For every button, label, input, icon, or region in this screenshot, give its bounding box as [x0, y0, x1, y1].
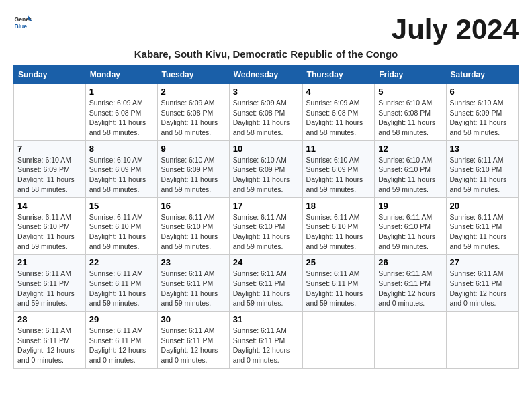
day-number: 7 — [17, 144, 82, 154]
location-title: Kabare, South Kivu, Democratic Republic … — [13, 48, 519, 60]
day-info: Sunrise: 6:11 AM Sunset: 6:11 PM Dayligh… — [89, 269, 154, 308]
calendar-cell: 29Sunrise: 6:11 AM Sunset: 6:11 PM Dayli… — [85, 312, 157, 369]
column-header-tuesday: Tuesday — [157, 66, 229, 84]
day-info: Sunrise: 6:09 AM Sunset: 6:08 PM Dayligh… — [233, 98, 299, 138]
day-info: Sunrise: 6:10 AM Sunset: 6:08 PM Dayligh… — [378, 98, 442, 138]
day-number: 3 — [233, 87, 299, 97]
calendar-cell: 14Sunrise: 6:11 AM Sunset: 6:10 PM Dayli… — [14, 197, 86, 255]
day-number: 24 — [233, 257, 299, 267]
day-number: 11 — [306, 144, 371, 154]
month-title: July 2024 — [392, 13, 519, 46]
calendar-cell: 13Sunrise: 6:11 AM Sunset: 6:10 PM Dayli… — [446, 140, 518, 197]
column-header-friday: Friday — [375, 66, 446, 84]
day-number: 1 — [89, 87, 154, 97]
day-info: Sunrise: 6:11 AM Sunset: 6:11 PM Dayligh… — [233, 326, 299, 365]
day-number: 27 — [450, 257, 515, 267]
column-header-saturday: Saturday — [446, 66, 518, 84]
day-number: 8 — [89, 144, 154, 154]
day-info: Sunrise: 6:11 AM Sunset: 6:10 PM Dayligh… — [378, 212, 442, 252]
page-header: General Blue July 2024 — [13, 13, 519, 46]
day-info: Sunrise: 6:11 AM Sunset: 6:11 PM Dayligh… — [233, 269, 299, 308]
day-number: 14 — [17, 201, 82, 211]
calendar-cell: 26Sunrise: 6:11 AM Sunset: 6:11 PM Dayli… — [375, 255, 446, 312]
calendar-cell: 12Sunrise: 6:10 AM Sunset: 6:10 PM Dayli… — [375, 140, 446, 197]
calendar-cell: 22Sunrise: 6:11 AM Sunset: 6:11 PM Dayli… — [85, 255, 157, 312]
day-number: 9 — [161, 144, 226, 154]
day-number: 2 — [161, 87, 226, 97]
calendar-cell — [302, 312, 375, 369]
calendar-cell — [14, 84, 86, 141]
day-number: 22 — [89, 257, 154, 267]
day-info: Sunrise: 6:11 AM Sunset: 6:11 PM Dayligh… — [161, 269, 226, 308]
day-info: Sunrise: 6:11 AM Sunset: 6:10 PM Dayligh… — [233, 212, 299, 252]
calendar-cell: 20Sunrise: 6:11 AM Sunset: 6:11 PM Dayli… — [446, 197, 518, 255]
calendar-cell: 28Sunrise: 6:11 AM Sunset: 6:11 PM Dayli… — [14, 312, 86, 369]
calendar-cell: 4Sunrise: 6:09 AM Sunset: 6:08 PM Daylig… — [302, 84, 375, 141]
calendar-cell: 7Sunrise: 6:10 AM Sunset: 6:09 PM Daylig… — [14, 140, 86, 197]
day-number: 13 — [450, 144, 515, 154]
day-number: 23 — [161, 257, 226, 267]
calendar-cell: 27Sunrise: 6:11 AM Sunset: 6:11 PM Dayli… — [446, 255, 518, 312]
calendar-cell: 23Sunrise: 6:11 AM Sunset: 6:11 PM Dayli… — [157, 255, 229, 312]
day-info: Sunrise: 6:11 AM Sunset: 6:11 PM Dayligh… — [89, 326, 154, 365]
calendar-cell: 5Sunrise: 6:10 AM Sunset: 6:08 PM Daylig… — [375, 84, 446, 141]
logo-icon: General Blue — [13, 13, 32, 32]
day-info: Sunrise: 6:11 AM Sunset: 6:11 PM Dayligh… — [450, 269, 515, 308]
day-number: 31 — [233, 314, 299, 324]
day-info: Sunrise: 6:10 AM Sunset: 6:09 PM Dayligh… — [89, 155, 154, 195]
day-number: 15 — [89, 201, 154, 211]
day-number: 18 — [306, 201, 371, 211]
day-number: 26 — [378, 257, 442, 267]
day-number: 21 — [17, 257, 82, 267]
day-number: 12 — [378, 144, 442, 154]
calendar-cell: 17Sunrise: 6:11 AM Sunset: 6:10 PM Dayli… — [229, 197, 302, 255]
calendar-cell — [446, 312, 518, 369]
day-info: Sunrise: 6:11 AM Sunset: 6:11 PM Dayligh… — [161, 326, 226, 365]
svg-text:Blue: Blue — [15, 23, 28, 30]
calendar-cell: 24Sunrise: 6:11 AM Sunset: 6:11 PM Dayli… — [229, 255, 302, 312]
day-info: Sunrise: 6:11 AM Sunset: 6:10 PM Dayligh… — [89, 212, 154, 252]
day-number: 5 — [378, 87, 442, 97]
calendar-cell: 8Sunrise: 6:10 AM Sunset: 6:09 PM Daylig… — [85, 140, 157, 197]
day-number: 20 — [450, 201, 515, 211]
calendar-cell — [375, 312, 446, 369]
day-number: 10 — [233, 144, 299, 154]
day-info: Sunrise: 6:11 AM Sunset: 6:10 PM Dayligh… — [450, 155, 515, 195]
column-header-monday: Monday — [85, 66, 157, 84]
calendar-cell: 11Sunrise: 6:10 AM Sunset: 6:09 PM Dayli… — [302, 140, 375, 197]
calendar-cell: 1Sunrise: 6:09 AM Sunset: 6:08 PM Daylig… — [85, 84, 157, 141]
day-info: Sunrise: 6:11 AM Sunset: 6:10 PM Dayligh… — [17, 212, 82, 252]
calendar-cell: 2Sunrise: 6:09 AM Sunset: 6:08 PM Daylig… — [157, 84, 229, 141]
day-info: Sunrise: 6:09 AM Sunset: 6:08 PM Dayligh… — [161, 98, 226, 138]
day-info: Sunrise: 6:10 AM Sunset: 6:09 PM Dayligh… — [306, 155, 371, 195]
day-number: 17 — [233, 201, 299, 211]
logo: General Blue — [13, 13, 32, 32]
calendar-cell: 21Sunrise: 6:11 AM Sunset: 6:11 PM Dayli… — [14, 255, 86, 312]
day-info: Sunrise: 6:11 AM Sunset: 6:10 PM Dayligh… — [161, 212, 226, 252]
day-info: Sunrise: 6:11 AM Sunset: 6:11 PM Dayligh… — [450, 212, 515, 252]
day-number: 16 — [161, 201, 226, 211]
day-number: 28 — [17, 314, 82, 324]
calendar-cell: 10Sunrise: 6:10 AM Sunset: 6:09 PM Dayli… — [229, 140, 302, 197]
calendar-cell: 31Sunrise: 6:11 AM Sunset: 6:11 PM Dayli… — [229, 312, 302, 369]
column-header-wednesday: Wednesday — [229, 66, 302, 84]
day-info: Sunrise: 6:11 AM Sunset: 6:11 PM Dayligh… — [17, 326, 82, 365]
column-header-sunday: Sunday — [14, 66, 86, 84]
calendar-cell: 3Sunrise: 6:09 AM Sunset: 6:08 PM Daylig… — [229, 84, 302, 141]
day-info: Sunrise: 6:11 AM Sunset: 6:10 PM Dayligh… — [306, 212, 371, 252]
calendar-table: SundayMondayTuesdayWednesdayThursdayFrid… — [13, 65, 519, 369]
calendar-cell: 30Sunrise: 6:11 AM Sunset: 6:11 PM Dayli… — [157, 312, 229, 369]
day-number: 6 — [450, 87, 515, 97]
calendar-cell: 6Sunrise: 6:10 AM Sunset: 6:09 PM Daylig… — [446, 84, 518, 141]
calendar-cell: 19Sunrise: 6:11 AM Sunset: 6:10 PM Dayli… — [375, 197, 446, 255]
day-info: Sunrise: 6:10 AM Sunset: 6:09 PM Dayligh… — [161, 155, 226, 195]
day-number: 4 — [306, 87, 371, 97]
calendar-cell: 18Sunrise: 6:11 AM Sunset: 6:10 PM Dayli… — [302, 197, 375, 255]
day-info: Sunrise: 6:11 AM Sunset: 6:11 PM Dayligh… — [306, 269, 371, 308]
day-number: 30 — [161, 314, 226, 324]
day-info: Sunrise: 6:10 AM Sunset: 6:10 PM Dayligh… — [378, 155, 442, 195]
day-number: 19 — [378, 201, 442, 211]
day-number: 29 — [89, 314, 154, 324]
calendar-cell: 25Sunrise: 6:11 AM Sunset: 6:11 PM Dayli… — [302, 255, 375, 312]
day-number: 25 — [306, 257, 371, 267]
